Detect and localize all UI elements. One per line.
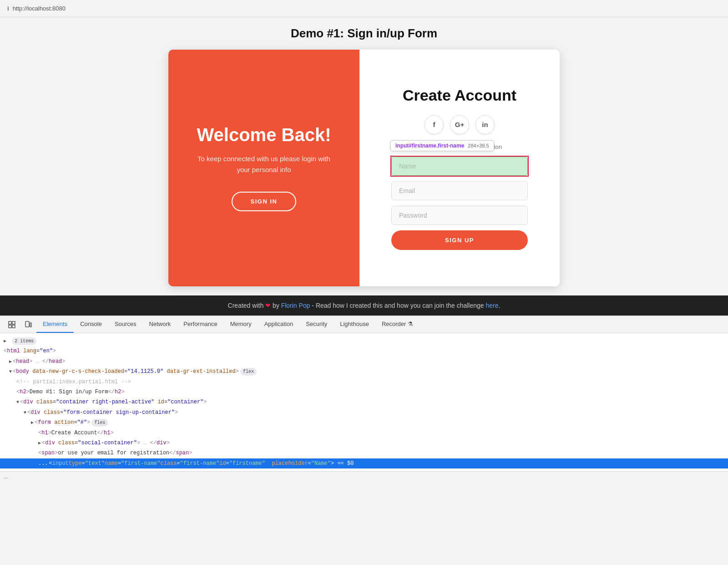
svg-rect-1 xyxy=(12,321,15,324)
footer-created-text: Created with xyxy=(228,302,264,309)
html-line[interactable]: <html lang="en"> xyxy=(0,346,728,356)
svg-rect-0 xyxy=(9,321,11,324)
tab-security[interactable]: Security xyxy=(299,316,334,333)
svg-rect-4 xyxy=(25,321,29,327)
sign-up-button[interactable]: SIGN UP xyxy=(391,230,528,250)
welcome-heading: Welcome Back! xyxy=(197,125,331,145)
page-title: Demo #1: Sign in/up Form xyxy=(291,26,437,41)
footer-bar: Created with ❤ by Florin Pop - Read how … xyxy=(0,295,728,316)
footer-here-link[interactable]: here xyxy=(485,302,498,309)
facebook-icon[interactable]: f xyxy=(425,115,444,134)
tab-console[interactable]: Console xyxy=(74,316,108,333)
svg-rect-2 xyxy=(9,325,11,328)
devtools-inspect-icon[interactable] xyxy=(4,316,20,333)
html-line[interactable]: <h2>Demo #1: Sign in/up Form</h2> xyxy=(0,387,728,397)
url-bar: http://localhost:8080 xyxy=(13,5,66,12)
info-icon: i xyxy=(7,5,9,12)
password-input[interactable] xyxy=(391,206,528,225)
tooltip-element-size: 284×39.5 xyxy=(468,143,489,148)
heart-icon: ❤ xyxy=(265,302,271,309)
left-panel: Welcome Back! To keep connected with us … xyxy=(168,50,359,286)
html-line[interactable]: <span>or use your email for registration… xyxy=(0,448,728,458)
tab-network[interactable]: Network xyxy=(143,316,177,333)
browser-bar: i http://localhost:8080 xyxy=(0,0,728,17)
tab-lighthouse[interactable]: Lighthouse xyxy=(334,316,375,333)
devtools-tabs: Elements Console Sources Network Perform… xyxy=(0,316,728,333)
name-input-wrapper: input#firstname.first-name 284×39.5 xyxy=(391,157,528,176)
sign-in-button[interactable]: SIGN IN xyxy=(232,192,297,211)
inspect-tooltip: input#firstname.first-name 284×39.5 xyxy=(390,140,494,151)
tab-memory[interactable]: Memory xyxy=(224,316,258,333)
html-line[interactable]: ▼<div class="form-container sign-up-cont… xyxy=(0,407,728,417)
name-input[interactable] xyxy=(391,157,528,176)
html-line[interactable]: <h1>Create Account</h1> xyxy=(0,428,728,438)
devtools-device-icon[interactable] xyxy=(20,316,36,333)
html-line[interactable]: ▶<head> … </head> xyxy=(0,356,728,366)
svg-rect-3 xyxy=(12,325,15,328)
devtools-bottom-bar: ... xyxy=(0,471,728,481)
viewport: Demo #1: Sign in/up Form Welcome Back! T… xyxy=(0,17,728,295)
right-panel: Create Account f G+ in or use your email… xyxy=(359,50,560,286)
html-line[interactable]: ▶<form action="#">flex xyxy=(0,417,728,428)
tab-performance[interactable]: Performance xyxy=(177,316,223,333)
tab-sources[interactable]: Sources xyxy=(108,316,143,333)
tab-recorder[interactable]: Recorder ⚗ xyxy=(375,316,420,333)
html-line: <!-- partial:index.partial.html --> xyxy=(0,377,728,387)
welcome-text: To keep connected with us please login w… xyxy=(191,153,337,175)
breadcrumb-ellipsis: ... xyxy=(4,474,8,479)
html-line[interactable]: ▼<body data-new-gr-c-s-check-loaded="14.… xyxy=(0,366,728,377)
footer-author: Florin Pop xyxy=(281,302,310,309)
footer-challenge-text: - Read how I created this and how you ca… xyxy=(312,302,484,309)
linkedin-icon[interactable]: in xyxy=(475,115,495,134)
html-line-selected[interactable]: ... <input type="text" name="first-name"… xyxy=(0,458,728,468)
tab-application[interactable]: Application xyxy=(258,316,300,333)
html-line[interactable]: ▶<div class="social-container"> … </div> xyxy=(0,438,728,448)
footer-period: . xyxy=(499,302,500,309)
svg-rect-5 xyxy=(30,323,31,327)
social-icons-container: f G+ in xyxy=(425,115,495,134)
footer-by-text: by xyxy=(273,302,279,309)
email-input[interactable] xyxy=(391,181,528,200)
demo-card: Welcome Back! To keep connected with us … xyxy=(168,50,560,286)
tab-elements[interactable]: Elements xyxy=(36,316,74,333)
html-line[interactable]: ▼<div class="container right-panel-activ… xyxy=(0,397,728,407)
google-icon[interactable]: G+ xyxy=(450,115,469,134)
elements-panel: ▶ 2 items <html lang="en"> ▶<head> … </h… xyxy=(0,333,728,471)
tooltip-element-name: input#firstname.first-name xyxy=(395,143,464,149)
devtools-panel: Elements Console Sources Network Perform… xyxy=(0,316,728,481)
create-account-heading: Create Account xyxy=(403,87,516,104)
html-line[interactable]: ▶ 2 items xyxy=(0,336,728,346)
